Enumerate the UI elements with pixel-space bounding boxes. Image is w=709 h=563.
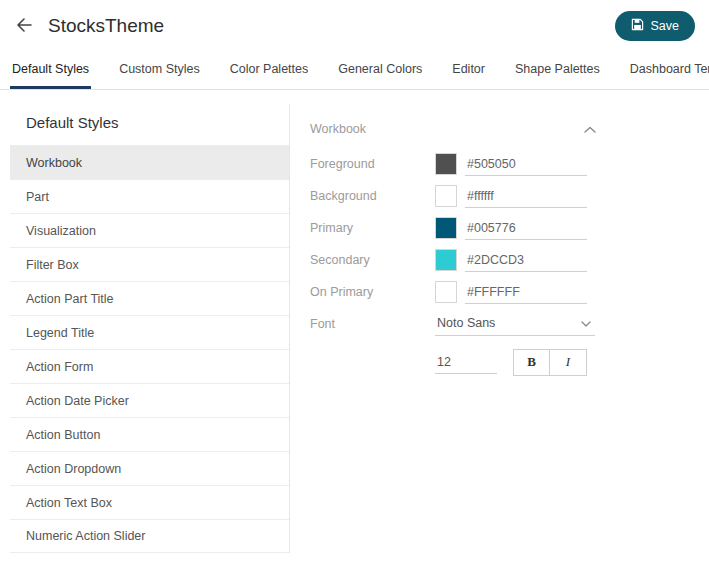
list-item-visualization[interactable]: Visualization: [10, 213, 289, 247]
list-item-action-form[interactable]: Action Form: [10, 349, 289, 383]
list-item-action-dropdown[interactable]: Action Dropdown: [10, 451, 289, 485]
field-label-foreground: Foreground: [310, 157, 435, 171]
field-row-primary: Primary: [310, 216, 598, 240]
font-size-input[interactable]: [435, 351, 497, 374]
tab-color-palettes[interactable]: Color Palettes: [228, 56, 311, 89]
style-list-title: Default Styles: [10, 104, 289, 145]
hex-input-on-primary[interactable]: [465, 281, 587, 304]
color-swatch-primary[interactable]: [435, 217, 457, 239]
list-item-numeric-action-slider[interactable]: Numeric Action Slider: [10, 519, 289, 553]
list-item-action-part-title[interactable]: Action Part Title: [10, 281, 289, 315]
page-title: StocksTheme: [48, 15, 164, 37]
tab-dashboard-templates[interactable]: Dashboard Templates: [628, 56, 709, 89]
hex-input-primary[interactable]: [465, 217, 587, 240]
chevron-down-icon: [581, 316, 591, 330]
font-size-row: B I: [310, 350, 598, 374]
list-item-filter-box[interactable]: Filter Box: [10, 247, 289, 281]
tab-general-colors[interactable]: General Colors: [336, 56, 424, 89]
app-header: StocksTheme Save: [0, 0, 709, 46]
font-label: Font: [310, 317, 435, 331]
field-row-secondary: Secondary: [310, 248, 598, 272]
bold-button[interactable]: B: [513, 349, 550, 376]
hex-input-background[interactable]: [465, 185, 587, 208]
field-label-background: Background: [310, 189, 435, 203]
chevron-up-icon: [584, 122, 596, 137]
save-button-label: Save: [651, 19, 680, 33]
color-swatch-background[interactable]: [435, 185, 457, 207]
list-item-workbook[interactable]: Workbook: [10, 145, 289, 179]
field-row-on-primary: On Primary: [310, 280, 598, 304]
font-family-dropdown[interactable]: Noto Sans: [435, 312, 595, 336]
field-label-primary: Primary: [310, 221, 435, 235]
tab-default-styles[interactable]: Default Styles: [10, 56, 91, 89]
collapse-section-button[interactable]: [582, 120, 598, 139]
tab-custom-styles[interactable]: Custom Styles: [117, 56, 202, 89]
list-item-action-button[interactable]: Action Button: [10, 417, 289, 451]
list-item-part[interactable]: Part: [10, 179, 289, 213]
main-content: Default Styles WorkbookPartVisualization…: [0, 90, 709, 553]
color-fields: ForegroundBackgroundPrimarySecondaryOn P…: [310, 152, 687, 304]
font-row: Font Noto Sans: [310, 312, 598, 336]
tab-bar: Default StylesCustom StylesColor Palette…: [0, 46, 709, 90]
list-item-legend-title[interactable]: Legend Title: [10, 315, 289, 349]
color-swatch-secondary[interactable]: [435, 249, 457, 271]
italic-button[interactable]: I: [550, 349, 587, 376]
tab-editor[interactable]: Editor: [450, 56, 487, 89]
font-style-group: B I: [513, 349, 587, 376]
hex-input-foreground[interactable]: [465, 153, 587, 176]
field-row-background: Background: [310, 184, 598, 208]
tab-shape-palettes[interactable]: Shape Palettes: [513, 56, 602, 89]
list-item-action-text-box[interactable]: Action Text Box: [10, 485, 289, 519]
field-label-secondary: Secondary: [310, 253, 435, 267]
font-family-value: Noto Sans: [437, 316, 495, 330]
hex-input-secondary[interactable]: [465, 249, 587, 272]
field-row-foreground: Foreground: [310, 152, 598, 176]
style-list: WorkbookPartVisualizationFilter BoxActio…: [10, 145, 289, 553]
back-arrow-icon: [16, 18, 32, 35]
back-button[interactable]: [12, 14, 36, 39]
style-detail-panel: Workbook ForegroundBackgroundPrimarySeco…: [290, 104, 709, 553]
color-swatch-on-primary[interactable]: [435, 281, 457, 303]
save-icon: [631, 18, 644, 34]
field-label-on-primary: On Primary: [310, 285, 435, 299]
color-swatch-foreground[interactable]: [435, 153, 457, 175]
save-button[interactable]: Save: [615, 11, 696, 41]
style-list-panel: Default Styles WorkbookPartVisualization…: [10, 104, 290, 553]
section-title: Workbook: [310, 122, 366, 136]
section-header: Workbook: [310, 118, 598, 140]
list-item-action-date-picker[interactable]: Action Date Picker: [10, 383, 289, 417]
